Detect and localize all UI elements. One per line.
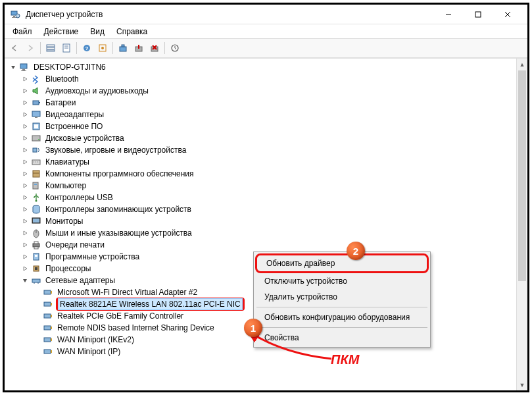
expand-icon[interactable] xyxy=(20,99,30,106)
node-label: Realtek 8821AE Wireless LAN 802.11ac PCI… xyxy=(59,299,242,309)
root-node[interactable]: DESKTOP-GTJITN6 xyxy=(6,61,526,73)
expand-icon[interactable] xyxy=(20,265,30,272)
category-node[interactable]: Звуковые, игровые и видеоустройства xyxy=(6,144,526,156)
category-node[interactable]: Клавиатуры xyxy=(6,156,526,168)
expand-icon[interactable] xyxy=(20,171,30,177)
nic-icon xyxy=(43,311,53,321)
menu-action[interactable]: Действие xyxy=(39,26,84,38)
expand-icon[interactable] xyxy=(20,194,30,201)
category-node[interactable]: Батареи xyxy=(6,97,526,109)
ctx-scan-hardware[interactable]: Обновить конфигурацию оборудования xyxy=(255,309,429,325)
scroll-thumb[interactable] xyxy=(518,70,526,281)
maximize-button[interactable] xyxy=(463,5,493,24)
expand-icon[interactable] xyxy=(20,135,30,142)
expand-icon[interactable] xyxy=(20,76,30,82)
category-node[interactable]: Мониторы xyxy=(6,215,526,227)
menubar: Файл Действие Вид Справка xyxy=(5,24,527,39)
scanhw-button[interactable] xyxy=(168,41,182,55)
category-node[interactable]: Встроенное ПО xyxy=(6,120,526,132)
svg-rect-60 xyxy=(51,291,52,294)
category-node[interactable]: Очереди печати xyxy=(6,239,526,251)
window-title: Диспетчер устройств xyxy=(26,10,433,19)
node-label: Очереди печати xyxy=(44,240,106,250)
expand-icon[interactable] xyxy=(20,159,30,165)
ctx-separator xyxy=(256,327,427,328)
ctx-update-driver[interactable]: Обновить драйвер xyxy=(255,253,429,273)
vertical-scrollbar[interactable]: ▲ ▼ xyxy=(516,59,527,390)
node-label: Сетевые адаптеры xyxy=(44,275,116,286)
menu-file[interactable]: Файл xyxy=(7,26,37,38)
pc-icon xyxy=(31,180,41,191)
disable-button[interactable] xyxy=(132,41,146,55)
node-label: Видеоадаптеры xyxy=(44,109,105,120)
firmware-icon xyxy=(31,121,41,132)
device-icon xyxy=(31,251,41,262)
update-driver-button[interactable] xyxy=(116,41,130,55)
svg-rect-10 xyxy=(47,50,55,51)
expand-icon[interactable] xyxy=(20,218,30,224)
forward-button[interactable] xyxy=(23,41,37,55)
collapse-icon[interactable] xyxy=(20,277,30,284)
category-node[interactable]: Аудиовходы и аудиовыходы xyxy=(6,85,526,97)
minimize-button[interactable] xyxy=(433,5,463,24)
category-node[interactable]: Контроллеры USB xyxy=(6,192,526,203)
node-label: Мониторы xyxy=(44,216,84,226)
ctx-properties[interactable]: Свойства xyxy=(255,330,429,346)
help-button[interactable]: ? xyxy=(80,41,94,55)
ctx-separator xyxy=(256,307,427,307)
scroll-up-button[interactable]: ▲ xyxy=(517,59,527,70)
svg-rect-59 xyxy=(44,290,51,294)
expand-icon[interactable] xyxy=(20,253,30,260)
node-label: Microsoft Wi-Fi Direct Virtual Adapter #… xyxy=(56,287,199,298)
scan-button[interactable] xyxy=(95,41,110,55)
window: Диспетчер устройств Файл Действие Вид Сп… xyxy=(3,3,529,392)
svg-rect-55 xyxy=(35,267,37,270)
category-node[interactable]: Мыши и иные указывающие устройства xyxy=(6,227,526,239)
expand-icon[interactable] xyxy=(20,147,30,153)
node-label: Звуковые, игровые и видеоустройства xyxy=(44,145,187,155)
ctx-disable-device[interactable]: Отключить устройство xyxy=(255,273,429,289)
nic-icon xyxy=(43,334,53,345)
svg-rect-31 xyxy=(34,124,38,128)
category-node[interactable]: Контроллеры запоминающих устройств xyxy=(6,203,526,215)
back-button[interactable] xyxy=(7,41,22,55)
titlebar[interactable]: Диспетчер устройств xyxy=(5,5,527,24)
category-node[interactable]: Компоненты программного обеспечения xyxy=(6,168,526,180)
show-all-button[interactable] xyxy=(43,41,58,55)
svg-rect-24 xyxy=(22,69,25,70)
svg-rect-18 xyxy=(120,47,126,51)
expand-icon[interactable] xyxy=(20,206,30,213)
menu-view[interactable]: Вид xyxy=(85,26,110,38)
menu-help[interactable]: Справка xyxy=(111,26,153,38)
node-label: Компоненты программного обеспечения xyxy=(44,169,195,179)
category-node[interactable]: Bluetooth xyxy=(6,73,526,85)
scroll-down-button[interactable]: ▼ xyxy=(517,379,527,390)
svg-rect-23 xyxy=(20,64,27,68)
computer-icon xyxy=(19,62,30,72)
svg-rect-51 xyxy=(34,247,38,249)
expand-icon[interactable] xyxy=(20,242,30,248)
ctx-remove-device[interactable]: Удалить устройство xyxy=(255,289,429,305)
svg-point-33 xyxy=(38,139,39,140)
expand-icon[interactable] xyxy=(20,230,30,236)
category-node[interactable]: Компьютер xyxy=(6,180,526,192)
svg-rect-64 xyxy=(51,315,52,317)
nic-icon xyxy=(43,299,53,309)
monitor-icon xyxy=(31,216,41,226)
node-label: WAN Miniport (IP) xyxy=(56,346,122,357)
display-icon xyxy=(31,109,41,120)
close-button[interactable] xyxy=(493,5,522,24)
svg-rect-62 xyxy=(51,303,52,305)
properties-button[interactable] xyxy=(59,41,74,55)
expand-icon[interactable] xyxy=(20,111,30,118)
expand-icon[interactable] xyxy=(20,182,30,189)
svg-rect-61 xyxy=(44,302,51,306)
software-icon xyxy=(31,169,41,179)
expand-icon[interactable] xyxy=(20,88,30,94)
expand-icon[interactable] xyxy=(20,123,30,130)
svg-rect-26 xyxy=(33,101,39,105)
category-node[interactable]: Дисковые устройства xyxy=(6,132,526,144)
uninstall-button[interactable] xyxy=(147,41,162,55)
collapse-icon[interactable] xyxy=(9,64,18,70)
category-node[interactable]: Видеоадаптеры xyxy=(6,109,526,120)
